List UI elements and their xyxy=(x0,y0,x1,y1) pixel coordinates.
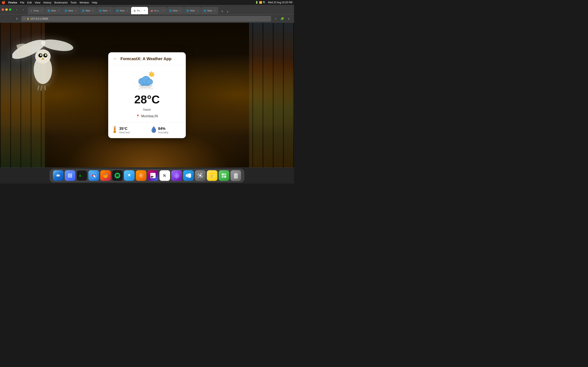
svg-rect-61 xyxy=(210,175,214,175)
menubar-icons: 🔋 📶 🔍 xyxy=(255,1,266,4)
menubar: 🍎 Firefox File Edit View History Bookmar… xyxy=(0,0,294,5)
tab-new2[interactable]: 🌐 New ✕ xyxy=(62,7,79,14)
tab-favicon-drop: ◆ xyxy=(30,9,33,12)
menu-tools[interactable]: Tools xyxy=(70,1,77,4)
menu-view[interactable]: View xyxy=(35,1,40,4)
forward-window-button[interactable]: › xyxy=(20,7,26,12)
bookmark-button[interactable]: ☆ xyxy=(273,16,278,22)
shield-icon: 🛡 xyxy=(23,17,26,20)
weather-icon xyxy=(135,70,159,90)
tab-overflow-button[interactable]: ▾ xyxy=(225,9,230,14)
tab-favicon-forecastx: 🌤 xyxy=(133,9,136,12)
dock-app-launchpad[interactable] xyxy=(65,170,75,181)
tab-close-new4[interactable]: ✕ xyxy=(109,9,112,12)
tab-favicon-new8: 🌐 xyxy=(203,9,206,12)
svg-point-34 xyxy=(71,174,72,175)
tab-close-new7[interactable]: ✕ xyxy=(196,9,199,12)
dock-app-safari[interactable] xyxy=(88,170,99,181)
menu-edit[interactable]: Edit xyxy=(27,1,32,4)
forward-button[interactable]: › xyxy=(9,16,13,21)
tab-new5[interactable]: 🌐 New ✕ xyxy=(114,7,131,14)
tab-close-new6[interactable]: ✕ xyxy=(179,9,182,12)
tab-new7[interactable]: 🌐 New ✕ xyxy=(184,7,201,14)
tab-new3[interactable]: 🌐 New ✕ xyxy=(80,7,96,14)
menu-help[interactable]: Help xyxy=(92,1,97,4)
svg-rect-63 xyxy=(210,177,214,178)
svg-rect-64 xyxy=(222,173,224,175)
tab-favicon-github: 🐙 xyxy=(150,9,153,12)
svg-rect-52 xyxy=(151,177,153,178)
svg-rect-69 xyxy=(233,174,238,174)
svg-point-6 xyxy=(40,54,42,56)
tab-label-new1: New xyxy=(51,9,56,12)
back-window-button[interactable]: ‹ xyxy=(14,7,20,12)
tab-label-drop: Drop xyxy=(34,9,39,12)
tab-new1[interactable]: 🌐 New ✕ xyxy=(45,7,62,14)
back-button[interactable]: ‹ xyxy=(2,16,7,21)
menu-history[interactable]: History xyxy=(43,1,52,4)
svg-point-40 xyxy=(71,176,72,178)
dock-app-vscode[interactable] xyxy=(183,170,194,181)
minimize-button[interactable] xyxy=(5,8,8,11)
dock-app-stickies[interactable] xyxy=(207,170,217,181)
reload-button[interactable]: ↻ xyxy=(15,16,20,21)
menu-app-name[interactable]: Firefox xyxy=(8,1,17,4)
url-text: 127.0.0.1:5500 xyxy=(30,17,48,20)
weather-condition: haze xyxy=(143,108,151,111)
extensions-button[interactable]: 🧩 xyxy=(279,16,285,22)
svg-point-31 xyxy=(59,175,60,175)
svg-point-30 xyxy=(57,175,57,175)
menu-file[interactable]: File xyxy=(20,1,24,4)
dock-app-spotify[interactable] xyxy=(112,170,123,181)
apple-menu[interactable]: 🍎 xyxy=(2,1,6,4)
location-pin-icon: 📍 xyxy=(136,114,140,118)
tab-forecastx[interactable]: 🌤 Fo... ✕ xyxy=(131,7,148,14)
url-bar[interactable]: 🛡 🔒 127.0.0.1:5500 xyxy=(21,16,271,22)
menu-bookmarks[interactable]: Bookmarks xyxy=(54,1,68,4)
tab-close-new5[interactable]: ✕ xyxy=(126,9,129,12)
tab-drop[interactable]: ◆ Drop ✕ xyxy=(28,7,45,14)
tab-new4[interactable]: 🌐 New ✕ xyxy=(97,7,114,14)
menu-button[interactable]: ≡ xyxy=(286,16,292,22)
dock-app-numbers[interactable] xyxy=(219,170,229,181)
tab-close-github[interactable]: ✕ xyxy=(162,9,165,12)
tab-close-forecastx[interactable]: ✕ xyxy=(143,9,146,12)
tab-new6[interactable]: 🌐 New ✕ xyxy=(167,7,184,14)
tab-github[interactable]: 🐙 im-z... ✕ xyxy=(148,7,167,14)
back-button-card[interactable]: ← xyxy=(112,56,118,62)
tab-close-new8[interactable]: ✕ xyxy=(213,9,216,12)
dock-app-system-settings[interactable] xyxy=(195,170,206,181)
real-feel-label: Real feel xyxy=(119,131,130,134)
tab-new8[interactable]: 🌐 New ✕ xyxy=(201,7,218,14)
tab-favicon-new6: 🌐 xyxy=(169,9,172,12)
dock-app-terminal[interactable]: $ _ xyxy=(77,170,87,181)
dock-app-firefox[interactable] xyxy=(100,170,111,181)
dock-app-finder[interactable] xyxy=(53,170,63,181)
close-button[interactable] xyxy=(2,8,4,11)
svg-rect-24 xyxy=(114,127,115,131)
tab-close-drop[interactable]: ✕ xyxy=(40,9,43,12)
dock-app-sublime-text[interactable]: S xyxy=(136,170,146,181)
humidity-cell: 84% Humidity xyxy=(147,122,186,138)
svg-point-38 xyxy=(68,176,69,178)
card-footer: 35°C Real feel 84% Humidity xyxy=(108,122,186,138)
menu-window[interactable]: Window xyxy=(80,1,89,4)
maximize-button[interactable] xyxy=(9,8,11,11)
svg-text:IJ: IJ xyxy=(151,174,153,176)
humidity-label: Humidity xyxy=(158,131,169,134)
new-tab-button[interactable]: + xyxy=(219,8,225,14)
tab-close-new3[interactable]: ✕ xyxy=(92,9,95,12)
tab-close-new2[interactable]: ✕ xyxy=(75,9,77,12)
tab-label-new6: New xyxy=(173,9,178,12)
svg-rect-66 xyxy=(222,176,224,178)
dock-app-appstore[interactable] xyxy=(124,170,135,181)
dock-app-intellij-idea[interactable]: IJ xyxy=(148,170,158,181)
dock-app-notion[interactable]: N xyxy=(159,170,170,181)
svg-line-11 xyxy=(153,72,154,73)
tab-close-new1[interactable]: ✕ xyxy=(57,9,60,12)
dock-app-trash[interactable] xyxy=(231,170,241,181)
dock-app-crystal[interactable] xyxy=(171,170,182,181)
svg-line-13 xyxy=(153,76,154,77)
svg-text:S: S xyxy=(140,174,142,177)
tab-favicon-new7: 🌐 xyxy=(186,9,189,12)
